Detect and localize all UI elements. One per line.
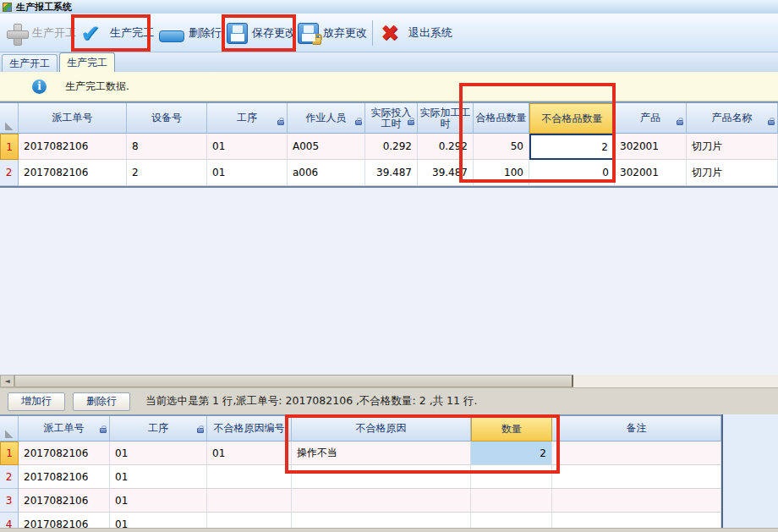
lock-icon: [100, 428, 107, 433]
grid-cell[interactable]: 2: [127, 160, 207, 186]
save-changes-button[interactable]: 保存更改: [227, 18, 296, 48]
app-window: 生产报工系统 生产开工 ✔ 生产完工 删除行 保存更改 放弃更改 ✖ 退出系统: [0, 0, 778, 532]
grid-cell[interactable]: [471, 513, 552, 528]
grid-cell[interactable]: 0.292: [418, 134, 474, 160]
column-label: 派工单号: [44, 423, 85, 434]
grid-cell[interactable]: [207, 513, 292, 528]
column-label: 作业人员: [306, 112, 347, 123]
grid-cell[interactable]: [552, 465, 721, 489]
grid-cell[interactable]: 39.487: [418, 160, 474, 186]
row-indicator[interactable]: 4: [0, 513, 19, 528]
column-header-product[interactable]: 产品: [615, 103, 687, 134]
add-row-button[interactable]: 增加行: [8, 392, 65, 411]
row-indicator[interactable]: 2: [0, 160, 19, 186]
lock-icon: [355, 120, 362, 125]
row-indicator[interactable]: 2: [0, 465, 19, 489]
editing-cell[interactable]: 2: [529, 134, 615, 160]
column-header-qualified-qty[interactable]: 合格品数量: [474, 103, 529, 134]
select-all-cell[interactable]: [0, 416, 19, 442]
grid-cell[interactable]: 2017082106: [19, 513, 110, 528]
grid-cell[interactable]: 01: [207, 134, 288, 160]
column-header-defect-reason[interactable]: 不合格原因: [292, 416, 471, 442]
table-row: 1 2017082106 8 01 A005 0.292 0.292 50 2 …: [0, 134, 778, 160]
column-header-quantity[interactable]: 数量: [471, 416, 552, 442]
column-header-actual-process-hours[interactable]: 实际加工工时: [418, 103, 474, 134]
column-label: 工序: [237, 112, 257, 123]
scroll-left-arrow-icon[interactable]: ◄: [0, 375, 14, 387]
column-header-product-name[interactable]: 产品名称: [687, 103, 778, 134]
column-header-unqualified-qty[interactable]: 不合格品数量: [529, 103, 615, 134]
column-header-dispatch-no[interactable]: 派工单号: [19, 416, 110, 442]
column-header-process[interactable]: 工序: [207, 103, 288, 134]
grid-cell[interactable]: 01: [110, 513, 207, 528]
grid-cell[interactable]: 39.487: [365, 160, 418, 186]
grid-cell[interactable]: 2017082106: [19, 442, 110, 465]
side-panel: [721, 414, 778, 528]
grid-cell[interactable]: 01: [110, 489, 207, 513]
grid-cell[interactable]: 2017082106: [19, 134, 127, 160]
column-header-dispatch-no[interactable]: 派工单号: [19, 103, 127, 134]
grid-cell[interactable]: [552, 489, 721, 513]
grid-cell[interactable]: 100: [474, 160, 529, 186]
grid-cell[interactable]: 01: [110, 442, 207, 465]
grid-cell[interactable]: 2017082106: [19, 465, 110, 489]
grid-cell[interactable]: 302001: [615, 160, 687, 186]
selected-cell[interactable]: 2: [471, 442, 552, 465]
table-row: 2 2017082106 01: [0, 465, 721, 489]
grid-cell[interactable]: 0.292: [365, 134, 418, 160]
grid-cell[interactable]: [552, 442, 721, 465]
production-finish-grid: 派工单号 设备号 工序 作业人员 实际投入工时 实际加工工时 合格品数量 不合格…: [0, 101, 778, 188]
lock-icon: [677, 120, 683, 125]
column-label: 数量: [501, 424, 522, 435]
info-bar: i 生产完工数据.: [0, 72, 778, 101]
grid-cell[interactable]: [552, 513, 721, 528]
select-all-triangle-icon: [5, 430, 14, 438]
column-header-process[interactable]: 工序: [110, 416, 207, 442]
grid-cell[interactable]: 8: [127, 134, 207, 160]
grid-cell[interactable]: [471, 465, 552, 489]
tab-production-start[interactable]: 生产开工: [2, 54, 58, 72]
row-indicator[interactable]: 3: [0, 489, 19, 513]
grid-cell[interactable]: A005: [288, 134, 365, 160]
row-indicator[interactable]: 1: [0, 442, 19, 465]
column-header-operator[interactable]: 作业人员: [288, 103, 365, 134]
grid-cell[interactable]: [207, 489, 292, 513]
grid-cell[interactable]: [292, 489, 471, 513]
grid-cell[interactable]: 50: [474, 134, 529, 160]
table-row: 3 2017082106 01: [0, 489, 721, 513]
grid-cell[interactable]: 01: [207, 442, 292, 465]
grid-cell[interactable]: [292, 465, 471, 489]
column-label: 实际加工工时: [419, 107, 471, 129]
discard-changes-button[interactable]: 放弃更改: [298, 18, 367, 48]
grid-cell[interactable]: [207, 465, 292, 489]
column-label: 不合格原因: [356, 423, 407, 434]
production-finish-button[interactable]: ✔ 生产完工: [80, 18, 154, 48]
column-label: 设备号: [151, 112, 182, 123]
column-header-device-no[interactable]: 设备号: [127, 103, 207, 134]
horizontal-scrollbar[interactable]: ◄: [0, 375, 778, 387]
delete-row-button[interactable]: 删除行: [73, 392, 130, 411]
tab-production-finish[interactable]: 生产完工: [59, 52, 115, 72]
grid-cell[interactable]: a006: [288, 160, 365, 186]
column-header-remarks[interactable]: 备注: [552, 416, 721, 442]
grid-cell[interactable]: [292, 513, 471, 528]
grid-cell[interactable]: 切刀片: [687, 134, 778, 160]
grid-cell[interactable]: 2017082106: [19, 489, 110, 513]
scrollbar-thumb[interactable]: [14, 375, 573, 387]
grid-cell[interactable]: 0: [529, 160, 615, 186]
grid-cell[interactable]: 切刀片: [687, 160, 778, 186]
grid-cell[interactable]: 01: [110, 465, 207, 489]
delete-row-toolbar-button[interactable]: 删除行: [159, 18, 222, 48]
table-row: 1 2017082106 01 01 操作不当 2: [0, 442, 721, 465]
grid-cell[interactable]: [471, 489, 552, 513]
grid-cell[interactable]: 操作不当: [292, 442, 471, 465]
column-header-defect-reason-no[interactable]: 不合格原因编号: [207, 416, 292, 442]
grid-cell[interactable]: 01: [207, 160, 288, 186]
grid-cell[interactable]: 2017082106: [19, 160, 127, 186]
grid-cell[interactable]: 302001: [615, 134, 687, 160]
row-indicator[interactable]: 1: [0, 134, 19, 160]
exit-system-button[interactable]: ✖ 退出系统: [381, 18, 452, 48]
check-icon: ✔: [80, 22, 106, 45]
select-all-cell[interactable]: [0, 103, 19, 134]
column-header-actual-input-hours[interactable]: 实际投入工时: [365, 103, 418, 134]
